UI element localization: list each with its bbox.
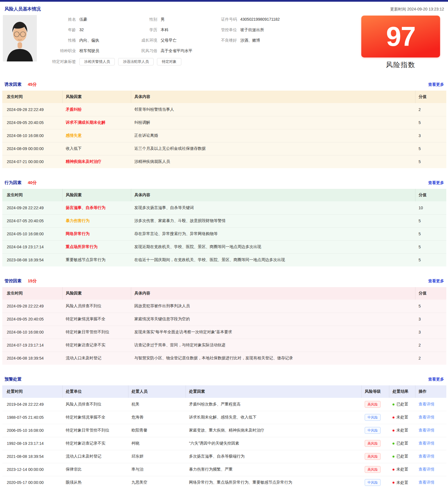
column-header: 风险因素 xyxy=(62,91,131,103)
cell-time: 2024-04-19 23:17:14 xyxy=(2,240,62,253)
factor-section: 诱发因素45分查看更多发生时间风险因素具体内容分值2024-09-28 22:2… xyxy=(2,82,446,168)
cell-person: 九思美空 xyxy=(128,476,186,489)
status-dot-icon xyxy=(392,443,394,445)
status-dot-icon xyxy=(392,403,394,405)
status-text: 已处置 xyxy=(396,454,408,459)
view-detail-link[interactable]: 查看详情 xyxy=(419,480,434,484)
page-title: 风险人员基本情况 xyxy=(5,6,41,12)
cell-detail: 涉多次伤害、家庭暴力、斗殴、故意损毁财物等警情 xyxy=(131,214,415,227)
view-detail-link[interactable]: 查看详情 xyxy=(419,454,434,458)
cell-detail: 纠纷调解 xyxy=(131,116,415,129)
view-detail-link[interactable]: 查看详情 xyxy=(419,415,434,419)
cell-action: 查看详情 xyxy=(415,411,446,424)
cell-factor: 网络异常行为 xyxy=(62,227,131,240)
cell-level: 高风险 xyxy=(361,398,389,411)
view-detail-link[interactable]: 查看详情 xyxy=(419,467,434,471)
view-detail-link[interactable]: 查看详情 xyxy=(419,428,434,432)
section-header: 行为因素40分查看更多 xyxy=(2,180,446,185)
factor-name: 收入低下 xyxy=(66,146,82,151)
handle-status: 未处置 xyxy=(392,467,408,472)
status-dot-icon xyxy=(392,430,394,432)
cell-person: 率与治 xyxy=(128,463,186,476)
table-row: 2024-09-28 22:22:49扬言滋事、自杀等行为发现多次扬言滋事、自杀… xyxy=(2,201,446,214)
factor-name: 重要敏感节点异常行为 xyxy=(66,257,105,262)
table-row: 2020-05-17 00:00:00眼须从热九思美空网络异常行为、重点场所异常… xyxy=(2,476,446,489)
factor-section: 行为因素40分查看更多发生时间风险因素具体内容分值2024-09-28 22:2… xyxy=(2,180,446,266)
cell-result: 未处置 xyxy=(389,424,415,437)
cell-result: 已处置 xyxy=(389,450,415,463)
column-header: 处置结果 xyxy=(389,385,415,398)
cell-time: 2024-07-05 20:40:05 xyxy=(2,214,62,227)
cell-factor: 精神疾病未及时治疗 xyxy=(62,155,131,168)
profile-field: 特种职业校车驾驶员 xyxy=(40,48,133,54)
profile-fields-grid: 姓名伍豪性别男证件号码430502199809171182年龄32学历本科管控单… xyxy=(40,15,357,54)
cell-score: 5 xyxy=(415,142,446,155)
cell-factor: 流动人口未及时登记 xyxy=(62,352,131,365)
cell-person: 危海善 xyxy=(128,411,186,424)
cell-result: 已处置 xyxy=(389,398,415,411)
factor-name: 诉求不满或长期未化解 xyxy=(66,120,105,125)
factor-name: 特定对象情况掌握不全 xyxy=(66,317,105,321)
view-more-link[interactable]: 查看更多 xyxy=(428,377,444,382)
cell-unit: 特定对象日常管控不到位 xyxy=(62,424,128,437)
cell-time: 2019-04-28 22:22:49 xyxy=(2,398,62,411)
profile-field-value: 内向、偏执 xyxy=(79,37,99,43)
cell-action: 查看详情 xyxy=(415,398,446,411)
view-detail-link[interactable]: 查看详情 xyxy=(419,441,434,445)
column-header: 分值 xyxy=(415,91,446,103)
cell-result: 未处置 xyxy=(389,463,415,476)
table-row: 2006-05-10 16:08:00特定对象日常管控不到位欧阳青馨家庭变故、重… xyxy=(2,424,446,437)
cell-time: 2021-08-08 18:39:54 xyxy=(2,450,62,463)
table-row: 2021-08-08 18:39:54流动人口未及时登记邱东妍多次扬言滋事、自杀… xyxy=(2,450,446,463)
cell-time: 2024-08-10 16:08:00 xyxy=(2,129,62,142)
cell-factor: 诉求不满或长期未化解 xyxy=(62,116,131,129)
handle-status: 已处置 xyxy=(392,441,408,446)
column-header: 发生时间 xyxy=(2,91,62,103)
cell-factor: 风险人员排查不到位 xyxy=(62,300,131,313)
view-more-link[interactable]: 查看更多 xyxy=(428,82,444,87)
factor-name: 风险人员排查不到位 xyxy=(66,304,101,308)
handle-status: 已处置 xyxy=(392,402,408,407)
table-row: 2024-09-28 22:22:49矛盾纠纷邻里等纠纷警情当事人2 xyxy=(2,103,446,116)
factor-name: 感情失意 xyxy=(66,133,82,138)
column-header: 发生时间 xyxy=(2,189,62,201)
cell-action: 查看详情 xyxy=(415,476,446,489)
cell-detail: 因故意犯罪被作出刑事判决人员 xyxy=(131,300,415,313)
profile-info: 姓名伍豪性别男证件号码430502199809171182年龄32学历本科管控单… xyxy=(40,15,357,69)
cell-score: 5 xyxy=(415,214,446,227)
profile-field-label: 证件号码 xyxy=(218,16,237,22)
view-detail-link[interactable]: 查看详情 xyxy=(419,402,434,406)
profile-field-label: 管控单位 xyxy=(218,27,237,33)
profile-field-label: 性别 xyxy=(133,16,157,22)
risk-score-label: 风险指数 xyxy=(361,60,440,69)
table-row: 2024-04-19 23:17:14重点场所异常行为发现近期在党政机关、学校、… xyxy=(2,240,446,253)
handle-status: 已处置 xyxy=(392,454,408,459)
profile-section: 姓名伍豪性别男证件号码430502199809171182年龄32学历本科管控单… xyxy=(2,12,446,69)
page-header: 风险人员基本情况 更新时间 2024-09-20 13:23:12 xyxy=(2,2,446,12)
column-header: 分值 xyxy=(415,189,446,201)
risk-level-badge: 高风险 xyxy=(365,440,381,447)
profile-photo xyxy=(3,15,37,61)
cell-time: 2024-08-09 00:00:00 xyxy=(2,142,62,155)
view-more-link[interactable]: 查看更多 xyxy=(428,180,444,185)
status-text: 未处置 xyxy=(396,480,408,485)
table-row: 2024-09-05 20:40:05诉求不满或长期未化解纠纷调解5 xyxy=(2,116,446,129)
cell-time: 1992-08-19 23:17:14 xyxy=(2,437,62,450)
section-header: 管控因素15分查看更多 xyxy=(2,278,446,284)
table-row: 2023-12-14 00:00:00保律非比率与治暴力伤害行为频繁、严重高风险… xyxy=(2,463,446,476)
section-score: 45分 xyxy=(28,82,37,87)
cell-factor: 矛盾纠纷次数多、严重程度高 xyxy=(186,398,361,411)
profile-field: 民风习俗高于全省平均水平 xyxy=(133,48,218,54)
risk-level-badge: 高风险 xyxy=(365,401,381,408)
cell-detail: 发现未落实“每半年全面走访考察一次特定对象”基本要求 xyxy=(131,326,415,339)
profile-field-value: 430502199809171182 xyxy=(240,16,280,22)
cell-action: 查看详情 xyxy=(415,463,446,476)
cell-detail: 家庭情况等关键信息字段为空的 xyxy=(131,313,415,326)
cell-result: 已处置 xyxy=(389,437,415,450)
cell-factor: 暴力伤害行为 xyxy=(62,214,131,227)
factor-name: 流动人口未及时登记 xyxy=(66,356,101,360)
column-header: 处置时间 xyxy=(2,385,62,398)
table-head: 发生时间风险因素具体内容分值 xyxy=(2,91,446,103)
table-row: 2024-07-19 23:17:14特定对象访查记录不实访查记录过于简单、雷同… xyxy=(2,339,446,352)
view-more-link[interactable]: 查看更多 xyxy=(428,279,444,284)
